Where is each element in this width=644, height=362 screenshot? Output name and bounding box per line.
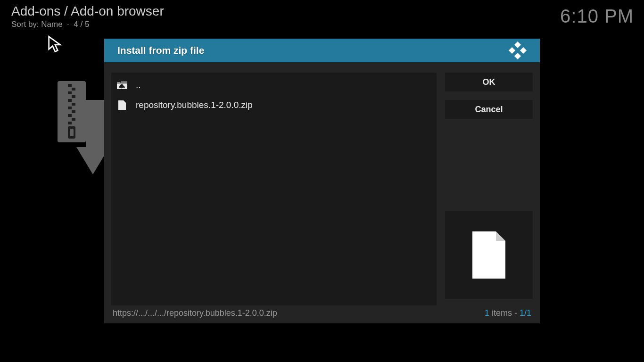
parent-folder-icon [117,80,127,90]
dialog-body: .. repository.bubbles.1-2.0.0.zip OK Can… [104,62,540,305]
svg-rect-7 [68,107,72,109]
breadcrumb: Add-ons / Add-on browser Sort by: Name ·… [11,4,164,29]
svg-rect-11 [68,122,72,124]
footer-path: https://.../.../.../repository.bubbles.1… [113,308,485,318]
svg-rect-4 [72,95,75,98]
svg-rect-17 [520,47,527,54]
svg-rect-1 [68,84,72,87]
parent-folder-label: .. [136,80,141,90]
cancel-button[interactable]: Cancel [445,100,533,119]
position-counter: 4 / 5 [74,20,89,29]
dialog-side-column: OK Cancel [445,73,533,305]
svg-rect-15 [514,41,521,48]
clock: 6:10 PM [560,6,634,27]
count-label: items - [489,308,520,318]
svg-rect-2 [72,88,75,90]
svg-rect-6 [72,103,75,106]
footer-count: 1 items - 1/1 [485,308,531,318]
dot-separator: · [65,20,74,29]
svg-rect-5 [68,99,72,102]
kodi-logo-icon [508,41,528,60]
file-item[interactable]: repository.bubbles.1-2.0.0.zip [111,95,437,115]
page-title: Add-ons / Add-on browser [11,4,164,19]
svg-rect-13 [70,129,74,136]
svg-rect-9 [68,114,72,117]
preview-box [445,211,533,299]
count-index: 1/1 [520,308,531,318]
install-zip-dialog: Install from zip file [104,39,540,323]
ok-button[interactable]: OK [445,73,533,91]
svg-rect-16 [509,47,515,54]
svg-rect-3 [68,91,72,94]
file-list[interactable]: .. repository.bubbles.1-2.0.0.zip [111,73,437,305]
sort-label: Sort by: Name [11,20,63,29]
file-preview-icon [472,231,505,279]
count-number: 1 [485,308,489,318]
parent-folder-item[interactable]: .. [111,75,437,95]
file-icon [117,100,127,110]
dialog-header: Install from zip file [104,39,540,62]
cursor-icon [47,35,63,54]
file-item-label: repository.bubbles.1-2.0.0.zip [136,100,253,110]
dialog-footer: https://.../.../.../repository.bubbles.1… [104,305,540,323]
dialog-title: Install from zip file [117,45,508,56]
zip-background-icon [58,81,109,177]
svg-rect-18 [514,53,521,59]
sort-status: Sort by: Name · 4 / 5 [11,20,164,29]
svg-rect-10 [72,118,75,121]
svg-rect-8 [72,110,75,113]
